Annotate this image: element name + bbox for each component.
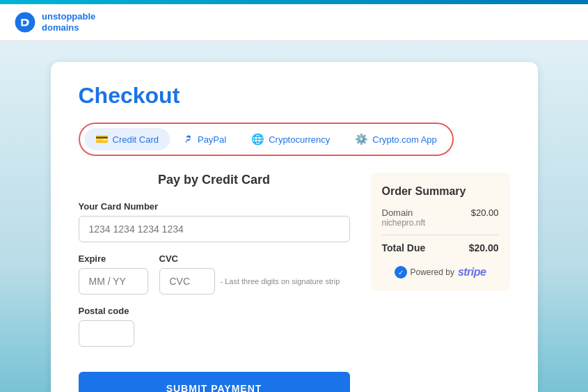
checkout-card: Checkout 💳 Credit Card PayPal 🌐 Cryptocu… (51, 62, 538, 392)
checkout-title: Checkout (79, 83, 510, 109)
expire-group: Expire (79, 253, 148, 295)
content-layout: Pay by Credit Card Your Card Number Expi… (79, 173, 510, 392)
main-content: Checkout 💳 Credit Card PayPal 🌐 Cryptocu… (0, 41, 588, 392)
card-number-group: Your Card Number (79, 201, 350, 242)
stripe-badge: ✓ Powered by stripe (382, 266, 499, 279)
order-item-domain: Domain nichepro.nft $20.00 (382, 207, 499, 228)
postal-group: Postal code (79, 306, 350, 347)
header: unstoppabledomains (0, 4, 588, 41)
expire-cvc-row: Expire CVC - Last three digits on signat… (79, 253, 350, 306)
submit-payment-button[interactable]: SUBMIT PAYMENT (79, 372, 350, 392)
total-label: Total Due (382, 242, 426, 253)
paypal-icon (184, 134, 193, 146)
domain-price: $20.00 (471, 207, 499, 218)
powered-by-text: Powered by (411, 267, 454, 277)
logo: unstoppabledomains (14, 11, 95, 33)
logo-text: unstoppabledomains (42, 11, 95, 33)
order-summary: Order Summary Domain nichepro.nft $20.00… (371, 173, 510, 291)
cryptocurrency-icon: 🌐 (251, 133, 264, 146)
postal-input[interactable] (79, 320, 134, 347)
divider (382, 235, 499, 235)
cvc-label: CVC (159, 253, 340, 264)
order-summary-title: Order Summary (382, 185, 499, 198)
order-item-left: Domain nichepro.nft (382, 207, 426, 228)
logo-icon (14, 11, 36, 33)
tab-paypal-label: PayPal (198, 134, 226, 145)
card-number-input[interactable] (79, 216, 350, 242)
total-row: Total Due $20.00 (382, 242, 499, 253)
crypto-app-icon: ⚙️ (355, 133, 368, 146)
tab-paypal[interactable]: PayPal (173, 128, 237, 150)
expire-input[interactable] (79, 268, 148, 295)
tab-crypto-app-label: Crypto.com App (372, 134, 437, 145)
payment-form: Pay by Credit Card Your Card Number Expi… (79, 173, 350, 392)
tab-credit-card[interactable]: 💳 Credit Card (84, 128, 170, 150)
total-price: $20.00 (469, 242, 499, 253)
tab-crypto-app[interactable]: ⚙️ Crypto.com App (344, 128, 448, 150)
card-number-label: Your Card Number (79, 201, 350, 212)
stripe-check-icon: ✓ (395, 266, 407, 279)
tab-cryptocurrency[interactable]: 🌐 Cryptocurrency (240, 128, 341, 150)
stripe-logo: stripe (458, 266, 486, 279)
credit-card-icon: 💳 (95, 133, 109, 146)
tab-credit-card-label: Credit Card (113, 134, 159, 145)
expire-label: Expire (79, 253, 148, 264)
cvc-group: CVC - Last three digits on signature str… (159, 253, 340, 295)
form-title: Pay by Credit Card (79, 173, 350, 187)
domain-name: nichepro.nft (382, 218, 426, 228)
tab-cryptocurrency-label: Cryptocurrency (269, 134, 330, 145)
cvc-hint: - Last three digits on signature strip (221, 277, 340, 285)
cvc-wrapper: - Last three digits on signature strip (159, 268, 340, 295)
domain-label: Domain (382, 207, 426, 218)
postal-label: Postal code (79, 306, 350, 316)
cvc-input[interactable] (159, 268, 215, 295)
payment-tabs: 💳 Credit Card PayPal 🌐 Cryptocurrency ⚙️… (79, 123, 454, 156)
